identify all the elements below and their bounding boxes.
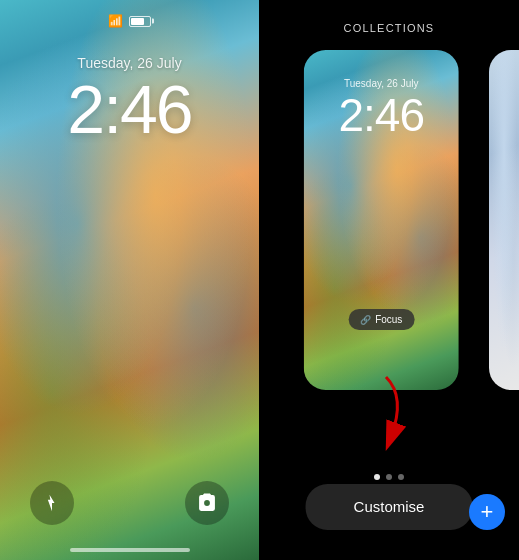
collections-header: COLLECTIONS [259, 18, 519, 36]
bottom-controls [0, 481, 259, 525]
lock-date: Tuesday, 26 July [0, 55, 259, 71]
right-collections-panel: COLLECTIONS Tuesday, 26 July 2:46 🔗 Focu… [259, 0, 519, 560]
time-area: Tuesday, 26 July 2:46 [0, 55, 259, 143]
focus-badge-text: Focus [375, 314, 402, 325]
card-time: 2:46 [304, 88, 459, 142]
focus-badge-icon: 🔗 [360, 315, 371, 325]
dot-2 [386, 474, 392, 480]
lock-time: 2:46 [0, 75, 259, 143]
wallpaper-card-background: Tuesday, 26 July 2:46 🔗 Focus [304, 50, 459, 390]
red-arrow-indicator [356, 372, 416, 452]
customise-label: Customise [354, 498, 425, 515]
page-dots [374, 474, 404, 480]
torch-button[interactable] [30, 481, 74, 525]
collections-title: COLLECTIONS [344, 22, 435, 34]
focus-badge: 🔗 Focus [348, 309, 414, 330]
plus-icon: + [481, 501, 494, 523]
wallpaper-card[interactable]: Tuesday, 26 July 2:46 🔗 Focus [304, 50, 459, 390]
dot-3 [398, 474, 404, 480]
camera-button[interactable] [185, 481, 229, 525]
status-bar: 📶 [0, 14, 259, 28]
dot-1 [374, 474, 380, 480]
wifi-icon: 📶 [108, 14, 123, 28]
left-lockscreen-panel: 📶 Tuesday, 26 July 2:46 [0, 0, 259, 560]
right-peek-wallpaper [489, 50, 519, 390]
add-wallpaper-button[interactable]: + [469, 494, 505, 530]
camera-icon [197, 493, 217, 513]
battery-icon [129, 16, 151, 27]
home-indicator [70, 548, 190, 552]
customise-button[interactable]: Customise [306, 484, 473, 530]
torch-icon [42, 493, 62, 513]
